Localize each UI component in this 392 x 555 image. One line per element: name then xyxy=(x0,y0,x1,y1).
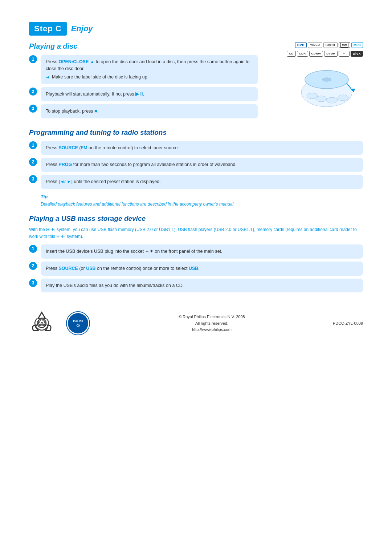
usb-step-number-2: 2 xyxy=(29,262,37,270)
usb-select-highlight: USB xyxy=(189,266,198,271)
svg-text:PHILIPS: PHILIPS xyxy=(73,320,83,323)
usb-step-content-1: Insert the USB device's USB plug into th… xyxy=(41,244,363,259)
badge-cd: CD xyxy=(287,51,296,57)
disc-step-number-2: 2 xyxy=(29,88,37,96)
tip-text: Detailed playback features and additiona… xyxy=(41,201,363,207)
disc-step-content-1: Press OPEN•CLOSE ▲ to open the disc door… xyxy=(41,55,258,84)
disc-step-content-2: Playback will start automatically. If no… xyxy=(41,87,258,101)
step-c-label: Step C xyxy=(29,22,67,36)
play-pause-highlight: ▶ II xyxy=(135,92,143,97)
prog-step-1: 1 Press SOURCE (FM on the remote control… xyxy=(29,141,363,155)
badge-dvdr: DVDR xyxy=(324,51,338,57)
footer: ♻ ♻ ♻ PHILIPS ⚙ © Royal Philips Electron… xyxy=(29,307,363,336)
badge-dvd: DVD xyxy=(295,42,307,48)
disc-step-1: 1 Press OPEN•CLOSE ▲ to open the disc do… xyxy=(29,55,258,84)
disc-illustration xyxy=(290,60,363,110)
website-text: http://www.philips.com xyxy=(102,327,322,333)
badge-mp3: MP3 xyxy=(351,42,363,48)
usb-step-3: 3 Play the USB's audio files as you do w… xyxy=(29,279,363,293)
stop-highlight: ■ xyxy=(94,109,97,114)
open-close-highlight: OPEN•CLOSE ▲ xyxy=(58,59,94,64)
programming-title: Programming and tuning to radio stations xyxy=(29,129,363,137)
prog-step-2: 2 Press PROG for more than two seconds t… xyxy=(29,158,363,172)
arrow-symbol: ➜ xyxy=(46,74,50,81)
copyright-text: © Royal Philips Electronics N.V. 2008 xyxy=(102,314,322,320)
badge-vcd: VIDEO xyxy=(308,42,322,48)
prog-highlight: PROG xyxy=(58,162,72,167)
usb-step-number-3: 3 xyxy=(29,279,37,287)
svg-point-2 xyxy=(322,78,331,81)
badge-cdr: CDR xyxy=(297,51,308,57)
philips-logo: PHILIPS ⚙ xyxy=(65,311,91,336)
prog-step-number-2: 2 xyxy=(29,158,37,166)
badge-cdrw: CDRW xyxy=(309,51,323,57)
prog-step-number-3: 3 xyxy=(29,175,37,183)
prog-step-content-1: Press SOURCE (FM on the remote control) … xyxy=(41,141,363,155)
badge-divx: DivX xyxy=(351,51,363,57)
usb-title: Playing a USB mass storage device xyxy=(29,215,363,223)
top-right-panel: DVD VIDEO SVCD RW MP3 CD CDR CDRW DVDR ≡… xyxy=(269,42,363,110)
source-highlight: SOURCE xyxy=(58,145,78,150)
usb-step-1: 1 Insert the USB device's USB plug into … xyxy=(29,244,363,259)
usb-step-content-2: Press SOURCE (or USB on the remote contr… xyxy=(41,262,363,276)
rights-text: All rights reserved. xyxy=(102,320,322,327)
svg-text:♻: ♻ xyxy=(36,315,48,330)
disc-step-number-3: 3 xyxy=(29,105,37,113)
prog-step-content-2: Press PROG for more than two seconds to … xyxy=(41,158,363,172)
enjoy-label: Enjoy xyxy=(71,24,93,33)
badge-rw: RW xyxy=(339,42,350,48)
source-highlight-usb: SOURCE xyxy=(58,266,78,271)
step-header: Step C Enjoy xyxy=(29,22,363,36)
svg-point-5 xyxy=(327,97,338,103)
playing-disc-title: Playing a disc xyxy=(29,42,258,50)
badge-dvdrw: ≡ xyxy=(339,51,350,57)
usb-step-content-3: Play the USB's audio files as you do wit… xyxy=(41,279,363,293)
top-section: Playing a disc 1 Press OPEN•CLOSE ▲ to o… xyxy=(29,42,363,121)
disc-step-2: 2 Playback will start automatically. If … xyxy=(29,87,258,101)
usb-step-number-1: 1 xyxy=(29,245,37,253)
disc-svg xyxy=(290,60,363,110)
disc-step-3: 3 To stop playback, press ■. xyxy=(29,104,258,118)
skip-highlight: |◄/ ►| xyxy=(58,179,73,184)
fm-highlight: FM xyxy=(81,145,87,150)
usb-highlight: USB xyxy=(86,266,95,271)
badge-svcd: SVCD xyxy=(323,42,338,48)
tip-box: Tip Detailed playback features and addit… xyxy=(41,194,363,207)
usb-intro: With the Hi-Fi system, you can use USB f… xyxy=(29,226,363,240)
disc-step1-arrow-text: Make sure the label side of the disc is … xyxy=(52,74,148,81)
disc-step-content-3: To stop playback, press ■. xyxy=(41,104,258,118)
playing-disc-section: Playing a disc 1 Press OPEN•CLOSE ▲ to o… xyxy=(29,42,269,121)
footer-text: © Royal Philips Electronics N.V. 2008 Al… xyxy=(102,314,322,333)
programming-section: Programming and tuning to radio stations… xyxy=(29,129,363,207)
usb-symbol: ←⁕ xyxy=(145,249,154,254)
svg-text:⚙: ⚙ xyxy=(76,323,81,328)
recycle-icon: ♻ ♻ ♻ xyxy=(29,311,54,336)
prog-step-number-1: 1 xyxy=(29,141,37,149)
footer-code: PDCC-ZYL-0809 xyxy=(333,321,363,325)
prog-step-content-3: Press |◄/ ►| until the desired preset st… xyxy=(41,175,363,189)
prog-step-3: 3 Press |◄/ ►| until the desired preset … xyxy=(29,175,363,189)
format-badges-row2: CD CDR CDRW DVDR ≡ DivX xyxy=(287,51,363,57)
svg-point-6 xyxy=(338,95,348,101)
tip-title: Tip xyxy=(41,194,363,199)
format-badges: DVD VIDEO SVCD RW MP3 xyxy=(295,42,363,48)
usb-section: Playing a USB mass storage device With t… xyxy=(29,215,363,293)
usb-step-2: 2 Press SOURCE (or USB on the remote con… xyxy=(29,262,363,276)
disc-step-number-1: 1 xyxy=(29,55,37,63)
svg-point-4 xyxy=(316,96,327,102)
